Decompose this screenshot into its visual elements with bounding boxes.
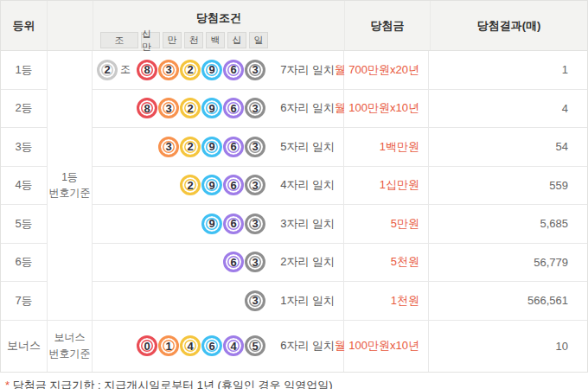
winning-balls: 963 bbox=[201, 214, 265, 234]
prize-amount: 1십만원 bbox=[343, 167, 429, 205]
rank-4: 4등 bbox=[1, 167, 47, 206]
lottery-ball: 9 bbox=[201, 98, 222, 118]
lottery-ball: 3 bbox=[158, 98, 179, 118]
lottery-ball: 3 bbox=[158, 137, 179, 157]
basis-bonus-line2: 번호기준 bbox=[49, 346, 91, 362]
lottery-ball: 6 bbox=[223, 175, 244, 195]
winner-count: 5,685 bbox=[429, 205, 587, 243]
lottery-ball: 0 bbox=[137, 335, 157, 356]
lottery-ball: 6 bbox=[223, 98, 244, 118]
header-rank: 등위 bbox=[1, 1, 47, 50]
lottery-ball: 3 bbox=[245, 175, 265, 195]
winner-count: 559 bbox=[429, 167, 587, 205]
lottery-ball: 6 bbox=[223, 60, 244, 80]
table-row: 2963 4자리 일치 1십만원 559 bbox=[93, 167, 587, 206]
header-condition: 당첨조건 조 십만 만 천 백 십 일 bbox=[93, 1, 344, 50]
winning-balls: 63 bbox=[222, 252, 265, 272]
rank-1: 1등 bbox=[1, 51, 47, 90]
digit-label-100k: 십만 bbox=[141, 32, 160, 48]
lottery-ball: 4 bbox=[180, 335, 201, 356]
prize-amount: 5만원 bbox=[343, 205, 429, 243]
digit-label-1k: 천 bbox=[184, 32, 203, 48]
basis-first-line2: 번호기준 bbox=[49, 185, 91, 201]
match-label: 5자리 일치 bbox=[265, 139, 343, 155]
lottery-ball: 4 bbox=[223, 335, 244, 356]
condition-cell: 014645 6자리 일치 bbox=[93, 321, 343, 372]
lottery-ball: 1 bbox=[158, 335, 179, 356]
lottery-ball: 9 bbox=[201, 137, 222, 157]
winner-count: 4 bbox=[429, 90, 587, 128]
basis-column: 1등 번호기준 보너스 번호기준 bbox=[47, 51, 93, 372]
lottery-ball: 2 bbox=[180, 137, 201, 157]
winner-count: 566,561 bbox=[429, 282, 587, 320]
digit-label-100: 백 bbox=[206, 32, 225, 48]
lottery-ball: 6 bbox=[201, 335, 222, 356]
lottery-ball: 3 bbox=[245, 214, 265, 234]
lottery-ball: 2 bbox=[180, 175, 201, 195]
lottery-ball: 9 bbox=[201, 214, 222, 234]
lottery-ball: 2 bbox=[180, 98, 201, 118]
condition-cell: 832963 6자리 일치 bbox=[93, 90, 343, 128]
lottery-ball: 2 bbox=[97, 60, 118, 80]
lottery-ball: 3 bbox=[245, 290, 265, 311]
lottery-ball: 3 bbox=[245, 137, 265, 157]
condition-cell: 3 1자리 일치 bbox=[93, 282, 343, 320]
basis-first-line1: 1등 bbox=[61, 169, 78, 186]
lottery-ball: 3 bbox=[245, 60, 265, 80]
condition-cell: 2963 4자리 일치 bbox=[93, 167, 343, 205]
winning-balls: 3 bbox=[244, 290, 265, 311]
result-rows: 2조832963 7자리 일치 월 700만원x20년 1 832963 6자리… bbox=[93, 51, 587, 372]
match-label: 4자리 일치 bbox=[265, 177, 343, 193]
footnote-asterisk: * bbox=[5, 379, 10, 389]
lottery-ball: 5 bbox=[245, 335, 265, 356]
basis-bonus: 보너스 번호기준 bbox=[48, 321, 92, 372]
table-row-bonus: 014645 6자리 일치 월 100만원x10년 10 bbox=[93, 321, 587, 372]
winning-balls: 014645 bbox=[136, 335, 265, 356]
digit-place-labels: 조 십만 만 천 백 십 일 bbox=[100, 32, 268, 48]
rank-3: 3등 bbox=[1, 128, 47, 167]
winning-balls: 2조832963 bbox=[96, 60, 265, 80]
rank-column: 1등 2등 3등 4등 5등 6등 7등 보너스 bbox=[1, 51, 47, 372]
table-row: 2조832963 7자리 일치 월 700만원x20년 1 bbox=[93, 51, 587, 90]
winning-balls: 2963 bbox=[179, 175, 265, 195]
prize-amount: 월 700만원x20년 bbox=[343, 51, 429, 89]
rank-7: 7등 bbox=[1, 282, 47, 321]
header-result: 당첨결과(매) bbox=[430, 1, 587, 50]
condition-cell: 63 2자리 일치 bbox=[93, 244, 343, 282]
prize-amount: 1천원 bbox=[343, 282, 429, 320]
lottery-ball: 6 bbox=[223, 252, 244, 272]
basis-first-prize: 1등 번호기준 bbox=[48, 51, 92, 321]
digit-label-1: 일 bbox=[249, 32, 268, 48]
group-unit-label: 조 bbox=[120, 62, 131, 77]
match-label: 6자리 일치 bbox=[265, 338, 343, 354]
winner-count: 1 bbox=[429, 51, 587, 89]
lottery-ball: 2 bbox=[180, 60, 201, 80]
rank-bonus: 보너스 bbox=[1, 321, 47, 372]
rank-5: 5등 bbox=[1, 205, 47, 244]
condition-cell: 963 3자리 일치 bbox=[93, 205, 343, 243]
header-condition-label: 당첨조건 bbox=[196, 10, 241, 26]
match-label: 3자리 일치 bbox=[265, 216, 343, 232]
table-row: 963 3자리 일치 5만원 5,685 bbox=[93, 205, 587, 244]
lottery-ball: 3 bbox=[245, 252, 265, 272]
lottery-ball: 9 bbox=[201, 60, 222, 80]
winner-count: 56,779 bbox=[429, 244, 587, 282]
lottery-ball: 3 bbox=[245, 98, 265, 118]
winner-count: 54 bbox=[429, 128, 587, 166]
digit-label-10k: 만 bbox=[163, 32, 182, 48]
match-label: 7자리 일치 bbox=[265, 62, 343, 78]
prize-amount: 5천원 bbox=[343, 244, 429, 282]
table-row: 3 1자리 일치 1천원 566,561 bbox=[93, 282, 587, 321]
table-row: 32963 5자리 일치 1백만원 54 bbox=[93, 128, 587, 167]
condition-cell: 32963 5자리 일치 bbox=[93, 128, 343, 166]
digit-label-group: 조 bbox=[100, 32, 138, 48]
lottery-ball: 6 bbox=[223, 214, 244, 234]
rank-2: 2등 bbox=[1, 90, 47, 129]
prize-table: 등위 당첨조건 조 십만 만 천 백 십 일 당첨금 당첨결과(매) 1등 bbox=[0, 0, 588, 373]
match-label: 6자리 일치 bbox=[265, 100, 343, 116]
condition-cell: 2조832963 7자리 일치 bbox=[93, 51, 343, 89]
table-row: 63 2자리 일치 5천원 56,779 bbox=[93, 244, 587, 283]
rank-6: 6등 bbox=[1, 244, 47, 283]
payment-deadline-note: * 당첨금 지급기한 : 지급개시일로부터 1년 (휴일인 경우 익영업일) bbox=[0, 378, 588, 389]
winning-balls: 832963 bbox=[136, 98, 265, 118]
